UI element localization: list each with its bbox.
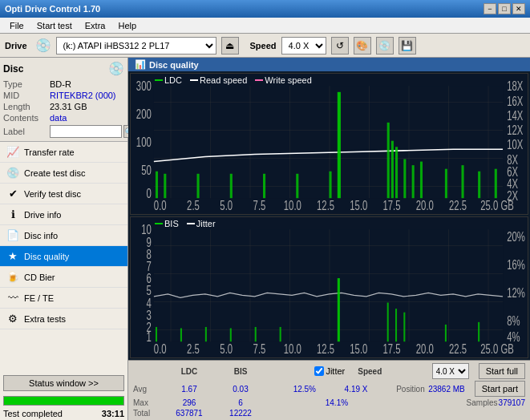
svg-rect-7 (296, 174, 298, 198)
svg-text:5.0: 5.0 (220, 198, 233, 213)
svg-text:5.0: 5.0 (220, 341, 233, 357)
sidebar-item-create-test-disc[interactable]: 💿 Create test disc (0, 163, 127, 184)
svg-text:100: 100 (136, 135, 152, 150)
drive-info-label: Drive info (24, 210, 61, 220)
disc-label-key: Label (3, 127, 50, 136)
save-button[interactable]: 💾 (399, 37, 416, 55)
cd-button[interactable]: 💿 (376, 37, 394, 55)
stats-panel: LDC BIS Jitter Speed 4.0 X Start full (128, 360, 530, 420)
cd-bier-icon: 🍺 (6, 271, 19, 283)
refresh-button[interactable]: ↺ (331, 37, 349, 55)
jitter-checkbox[interactable] (314, 366, 324, 376)
create-test-disc-icon: 💿 (6, 167, 19, 179)
speed-mode-select[interactable]: 4.0 X (432, 363, 469, 379)
avg-speed: 4.19 X (345, 385, 368, 394)
svg-text:200: 200 (136, 107, 152, 122)
svg-rect-6 (263, 174, 265, 198)
transfer-rate-icon: 📈 (6, 146, 19, 158)
sidebar: Disc 💿 Type BD-R MID RITEKBR2 (000) Leng… (0, 58, 128, 420)
upper-chart: LDC Read speed Write speed (130, 73, 528, 215)
disc-info-label: Disc info (24, 231, 58, 240)
svg-rect-5 (230, 174, 233, 198)
fe-te-icon: 〰 (6, 292, 19, 304)
disc-panel: Disc 💿 Type BD-R MID RITEKBR2 (000) Leng… (0, 58, 127, 142)
charts-wrapper: LDC Read speed Write speed (128, 71, 530, 360)
position-val: 23862 MB (428, 385, 465, 394)
jitter-check: Jitter (314, 366, 345, 376)
svg-rect-18 (478, 172, 480, 198)
bis-legend-label: BIS (164, 219, 179, 228)
svg-rect-54 (387, 303, 389, 342)
menu-help[interactable]: Help (111, 20, 143, 31)
minimize-button[interactable]: − (483, 3, 496, 14)
window-controls[interactable]: − □ ✕ (483, 3, 525, 14)
content-area: 📊 Disc quality LDC Read speed (128, 58, 530, 420)
start-part-button[interactable]: Start part (475, 381, 525, 397)
close-button[interactable]: ✕ (512, 3, 525, 14)
disc-contents-key: Contents (3, 113, 50, 123)
svg-text:10.0: 10.0 (284, 198, 301, 213)
menu-bar: File Start test Extra Help (0, 18, 530, 34)
samples-val: 379107 (499, 398, 525, 407)
paint-button[interactable]: 🎨 (354, 37, 371, 55)
stats-max-row: Max 296 6 14.1% Samples 379107 (133, 398, 525, 407)
svg-text:20.0: 20.0 (416, 198, 434, 213)
drive-info-icon: ℹ (6, 208, 19, 220)
speed-select[interactable]: 4.0 X (281, 37, 326, 55)
svg-rect-53 (338, 278, 340, 341)
svg-text:1: 1 (146, 329, 151, 345)
extra-tests-icon: ⚙ (6, 313, 19, 325)
svg-rect-8 (330, 172, 332, 198)
svg-rect-9 (338, 92, 341, 198)
drive-select[interactable]: (k:) ATAPI iHBS312 2 PL17 (56, 37, 216, 55)
sidebar-item-disc-quality[interactable]: ★ Disc quality (0, 246, 127, 267)
start-full-button[interactable]: Start full (479, 363, 525, 379)
svg-rect-16 (445, 169, 447, 199)
svg-rect-47 (156, 327, 157, 341)
write-speed-legend: Write speed (255, 75, 312, 85)
max-label: Max (133, 398, 162, 407)
eject-button[interactable]: ⏏ (221, 37, 239, 55)
chart-header: 📊 Disc quality (128, 58, 530, 71)
sidebar-item-verify-test-disc[interactable]: ✔ Verify test disc (0, 184, 127, 204)
svg-rect-56 (403, 313, 405, 342)
sidebar-item-drive-info[interactable]: ℹ Drive info (0, 204, 127, 225)
upper-chart-svg: 300 200 100 50 0 18X 16X 14X 12X 10X 8X … (131, 74, 528, 214)
disc-label-input[interactable] (50, 125, 122, 138)
verify-test-disc-icon: ✔ (6, 188, 19, 200)
svg-rect-2 (156, 172, 158, 198)
svg-rect-51 (255, 327, 257, 341)
title-bar: Opti Drive Control 1.70 − □ ✕ (0, 0, 530, 18)
lower-chart: BIS Jitter (130, 216, 528, 358)
jitter-legend: Jitter (187, 219, 216, 228)
disc-quality-icon: ★ (6, 250, 19, 262)
sidebar-item-fe-te[interactable]: 〰 FE / TE (0, 288, 127, 309)
read-speed-legend-label: Read speed (200, 75, 247, 85)
total-ldc: 637871 (165, 409, 213, 418)
nav-items: 📈 Transfer rate 💿 Create test disc ✔ Ver… (0, 142, 127, 372)
svg-text:12.5: 12.5 (317, 198, 334, 213)
menu-file[interactable]: File (3, 20, 30, 31)
verify-test-disc-label: Verify test disc (24, 189, 81, 199)
menu-extra[interactable]: Extra (79, 20, 112, 31)
sidebar-item-extra-tests[interactable]: ⚙ Extra tests (0, 309, 127, 329)
svg-text:2.5: 2.5 (187, 341, 200, 357)
menu-start-test[interactable]: Start test (30, 20, 79, 31)
sidebar-item-disc-info[interactable]: 📄 Disc info (0, 225, 127, 246)
svg-rect-13 (403, 160, 406, 199)
svg-text:22.5: 22.5 (449, 341, 467, 357)
chart-title: Disc quality (149, 60, 199, 70)
status-window-button[interactable]: Status window >> (3, 375, 124, 391)
bis-col-header: BIS (216, 367, 265, 376)
disc-type-value: BD-R (50, 79, 71, 89)
maximize-button[interactable]: □ (498, 3, 511, 14)
jitter-legend-label: Jitter (196, 219, 216, 228)
svg-text:25.0 GB: 25.0 GB (480, 341, 514, 357)
upper-legend: LDC Read speed Write speed (155, 75, 312, 85)
speed-label: Speed (250, 41, 277, 50)
svg-text:15.0: 15.0 (350, 341, 367, 357)
disc-contents-value: data (50, 113, 67, 123)
svg-text:2.5: 2.5 (187, 198, 200, 213)
sidebar-item-transfer-rate[interactable]: 📈 Transfer rate (0, 142, 127, 163)
sidebar-item-cd-bier[interactable]: 🍺 CD Bier (0, 267, 127, 288)
